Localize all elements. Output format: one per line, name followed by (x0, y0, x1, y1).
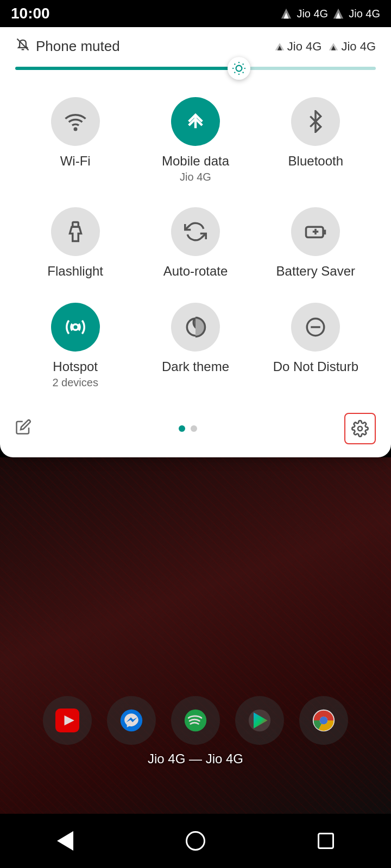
brightness-container[interactable] (0, 61, 391, 81)
tile-circle-mobiledata (171, 97, 220, 146)
svg-point-23 (121, 710, 142, 731)
status-bar: 10:00 Jio 4G Jio 4G (0, 0, 391, 27)
mute-info: Phone muted (15, 37, 120, 56)
tile-label-batterysaver: Battery Saver (276, 264, 355, 279)
tile-label-mobiledata: Mobile data (162, 154, 229, 169)
tile-circle-flashlight (51, 207, 100, 256)
hotspot-icon (64, 316, 87, 339)
home-button[interactable] (179, 825, 212, 857)
signal-icon-2 (332, 8, 344, 20)
tile-mobiledata[interactable]: Mobile data Jio 4G (135, 86, 255, 196)
tile-label-donotdisturb: Do Not Disturb (273, 359, 358, 374)
svg-point-1 (236, 66, 242, 72)
tile-flashlight[interactable]: Flashlight (15, 196, 135, 292)
net-signal-1 (274, 41, 285, 52)
tile-darktheme[interactable]: Dark theme (135, 292, 255, 402)
net-label-2: Jio 4G (341, 40, 376, 54)
tile-label-autorotate: Auto-rotate (163, 264, 228, 279)
back-button[interactable] (49, 825, 81, 857)
tile-circle-donotdisturb (291, 303, 340, 352)
darktheme-icon (184, 316, 207, 339)
tile-sublabel-hotspot: 2 devices (52, 376, 98, 389)
network-item-1: Jio 4G (274, 40, 322, 54)
page-dots (31, 425, 344, 432)
panel-topbar: Phone muted Jio 4G Jio 4G (0, 27, 391, 61)
svg-point-24 (185, 710, 206, 731)
mobiledata-icon (184, 110, 207, 133)
dot-1 (179, 425, 185, 432)
svg-line-4 (234, 64, 235, 65)
autorotate-icon (184, 220, 207, 243)
panel-bottombar (0, 407, 391, 446)
brightness-thumb[interactable] (228, 57, 250, 80)
playstore-icon[interactable] (235, 696, 284, 745)
mute-text: Phone muted (36, 38, 120, 55)
svg-line-8 (234, 72, 235, 73)
dot-2 (191, 425, 197, 432)
tile-circle-darktheme (171, 303, 220, 352)
sun-icon (232, 61, 246, 75)
tile-circle-hotspot (51, 303, 100, 352)
status-icons: Jio 4G Jio 4G (280, 8, 380, 20)
tile-label-bluetooth: Bluetooth (288, 154, 343, 169)
bluetooth-icon (304, 110, 327, 133)
wifi-icon (64, 110, 87, 133)
youtube-icon[interactable] (43, 696, 92, 745)
recents-button[interactable] (310, 825, 342, 857)
homescreen-network-label: Jio 4G — Jio 4G (148, 751, 243, 766)
batterysaver-icon (304, 220, 327, 243)
signal-icon-1 (280, 8, 292, 20)
home-icon (186, 831, 205, 851)
svg-point-10 (74, 128, 77, 130)
spotify-icon[interactable] (171, 696, 220, 745)
tile-label-flashlight: Flashlight (47, 264, 103, 279)
tiles-grid: Wi-Fi Mobile data Jio 4G Bluetooth (0, 81, 391, 407)
tile-autorotate[interactable]: Auto-rotate (135, 196, 255, 292)
network-item-2: Jio 4G (328, 40, 376, 54)
status-time: 10:00 (11, 5, 50, 22)
tile-circle-wifi (51, 97, 100, 146)
network-label-bar: Jio 4G — Jio 4G (0, 751, 391, 767)
homescreen: Jio 4G — Jio 4G (0, 457, 391, 826)
brightness-slider[interactable] (15, 67, 376, 70)
svg-point-20 (358, 426, 362, 431)
tile-label-hotspot: Hotspot (53, 359, 98, 374)
net-signal-2 (328, 41, 339, 52)
tile-circle-bluetooth (291, 97, 340, 146)
edit-button[interactable] (15, 419, 31, 439)
recents-icon (318, 833, 334, 849)
messenger-icon[interactable] (107, 696, 156, 745)
donotdisturb-icon (304, 316, 327, 339)
tile-circle-autorotate (171, 207, 220, 256)
quick-settings-panel: Phone muted Jio 4G Jio 4G (0, 27, 391, 457)
tile-circle-batterysaver (291, 207, 340, 256)
tile-hotspot[interactable]: Hotspot 2 devices (15, 292, 135, 402)
svg-line-5 (243, 72, 244, 73)
tile-donotdisturb[interactable]: Do Not Disturb (256, 292, 376, 402)
tile-batterysaver[interactable]: Battery Saver (256, 196, 376, 292)
tile-label-darktheme: Dark theme (162, 359, 229, 374)
settings-icon (351, 420, 369, 437)
svg-line-9 (243, 64, 244, 65)
back-icon (57, 831, 73, 851)
network-info: Jio 4G Jio 4G (274, 40, 376, 54)
flashlight-icon (64, 220, 87, 243)
net-label-1: Jio 4G (287, 40, 322, 54)
network-label-2: Jio 4G (349, 8, 380, 20)
settings-button[interactable] (344, 413, 376, 444)
tile-wifi[interactable]: Wi-Fi (15, 86, 135, 196)
network-label-1: Jio 4G (297, 8, 328, 20)
chrome-icon[interactable] (299, 696, 348, 745)
tile-bluetooth[interactable]: Bluetooth (256, 86, 376, 196)
dock-area (0, 696, 391, 745)
mute-icon (15, 37, 30, 56)
nav-bar (0, 814, 391, 868)
svg-point-28 (320, 717, 328, 725)
tile-label-wifi: Wi-Fi (60, 154, 91, 169)
svg-point-16 (72, 324, 78, 330)
tile-sublabel-mobiledata: Jio 4G (180, 171, 211, 183)
